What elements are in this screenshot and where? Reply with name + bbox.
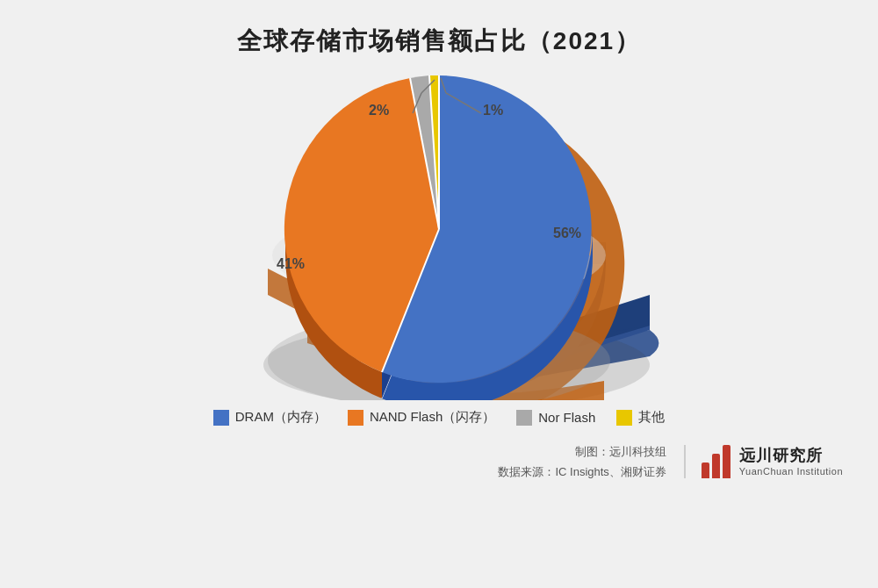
legend-item-nor: Nor Flash (516, 410, 595, 426)
svg-text:1%: 1% (483, 103, 503, 118)
legend-item-dram: DRAM（内存） (213, 409, 327, 426)
logo-bar-1 (702, 463, 709, 478)
legend-item-nand: NAND Flash（闪存） (348, 409, 495, 426)
footer: 制图：远川科技组 数据来源：IC Insights、湘财证券 远川研究所 Yua… (0, 441, 878, 483)
footer-text: 制图：远川科技组 数据来源：IC Insights、湘财证券 (498, 441, 666, 483)
legend-label-dram: DRAM（内存） (235, 409, 327, 426)
legend-color-nand (348, 410, 363, 426)
svg-text:41%: 41% (277, 256, 305, 271)
legend-color-other (616, 410, 632, 426)
legend-label-nor: Nor Flash (538, 410, 595, 425)
chart-area: 56% 41% 2% 1% (132, 67, 746, 400)
svg-text:2%: 2% (369, 103, 389, 118)
legend-item-other: 其他 (616, 409, 665, 426)
legend: DRAM（内存） NAND Flash（闪存） Nor Flash 其他 (213, 409, 666, 426)
legend-label-other: 其他 (638, 409, 665, 426)
logo-name: 远川研究所 YuanChuan Institution (739, 447, 843, 477)
page-title: 全球存储市场销售额占比（2021） (237, 25, 641, 58)
logo-bars (702, 445, 730, 478)
logo-bar-3 (723, 445, 730, 478)
legend-label-nand: NAND Flash（闪存） (370, 409, 495, 426)
legend-color-dram (213, 410, 229, 426)
logo-area: 远川研究所 YuanChuan Institution (684, 445, 843, 478)
legend-color-nor (516, 410, 532, 426)
svg-text:56%: 56% (553, 226, 581, 240)
logo-bar-2 (712, 454, 720, 478)
